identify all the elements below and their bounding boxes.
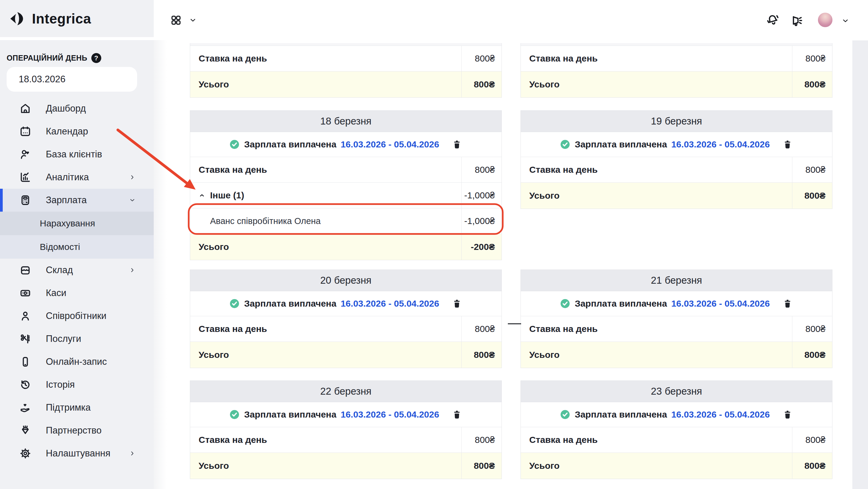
day-card-partial: Ставка на день800₴Усього800₴ bbox=[521, 43, 832, 98]
sidebar-item-label: Зарплата bbox=[46, 195, 87, 206]
sidebar-item-employees[interactable]: Співробітники bbox=[0, 305, 154, 328]
row-value: 800₴ bbox=[461, 453, 501, 479]
operational-day-date-input[interactable]: 18.03.2026 bbox=[7, 67, 137, 92]
status-period-link[interactable]: 16.03.2026 - 05.04.2026 bbox=[671, 409, 770, 420]
sidebar-item-settings[interactable]: Налаштування bbox=[0, 442, 154, 465]
sidebar-item-label: Каси bbox=[46, 287, 66, 299]
check-circle-icon bbox=[229, 139, 240, 150]
row-label: Ставка на день bbox=[198, 164, 267, 175]
sidebar-subitem-statements[interactable]: Відомості bbox=[0, 235, 154, 259]
sidebar-item-label: Співробітники bbox=[46, 310, 106, 322]
delete-button[interactable] bbox=[451, 297, 463, 310]
total-row: Усього800₴ bbox=[190, 453, 501, 479]
support-icon bbox=[19, 402, 31, 414]
row-label: Усього bbox=[529, 190, 560, 201]
salary-status-row: Зарплата виплачена16.03.2026 - 05.04.202… bbox=[521, 402, 832, 427]
megaphone-icon[interactable] bbox=[790, 14, 804, 27]
row-value: 800₴ bbox=[792, 71, 832, 97]
status-label: Зарплата виплачена bbox=[575, 409, 667, 420]
chevron-down-icon[interactable] bbox=[841, 17, 849, 25]
chevron-down-icon bbox=[129, 197, 135, 204]
check-circle-icon bbox=[229, 298, 240, 309]
row-label: Аванс співробітника Олена bbox=[210, 216, 321, 226]
salary-icon bbox=[19, 194, 31, 206]
sidebar: Integrica ОПЕРАЦІЙНИЙ ДЕНЬ ? 18.03.2026 … bbox=[0, 0, 154, 489]
cropped-row bbox=[190, 43, 501, 46]
sidebar-subitem-accruals[interactable]: Нарахування bbox=[0, 212, 154, 235]
status-label: Зарплата виплачена bbox=[244, 139, 336, 150]
status-period-link[interactable]: 16.03.2026 - 05.04.2026 bbox=[341, 139, 439, 150]
day-card: 22 березняЗарплата виплачена16.03.2026 -… bbox=[190, 380, 502, 479]
chevron-down-icon[interactable] bbox=[189, 16, 197, 24]
row-label: Усього bbox=[198, 461, 229, 471]
day-card-title: 23 березня bbox=[521, 381, 832, 402]
rate-row: Ставка на день800₴ bbox=[190, 427, 501, 453]
help-icon[interactable]: ? bbox=[91, 53, 101, 63]
total-row: Усього800₴ bbox=[190, 71, 501, 97]
apps-grid-icon[interactable] bbox=[170, 14, 182, 26]
other-group-row[interactable]: Інше (1)-1,000₴ bbox=[190, 183, 501, 208]
day-card: 20 березняЗарплата виплачена16.03.2026 -… bbox=[190, 270, 502, 368]
row-value: -1,000₴ bbox=[461, 208, 501, 234]
sidebar-item-label: Дашборд bbox=[46, 103, 86, 114]
rate-row: Ставка на день800₴ bbox=[190, 157, 501, 183]
row-label: Ставка на день bbox=[529, 435, 598, 445]
status-period-link[interactable]: 16.03.2026 - 05.04.2026 bbox=[341, 299, 439, 309]
sidebar-item-label: Онлайн-запис bbox=[46, 356, 107, 367]
salary-status-row: Зарплата виплачена16.03.2026 - 05.04.202… bbox=[190, 291, 501, 316]
delete-button[interactable] bbox=[782, 138, 793, 151]
check-circle-icon bbox=[560, 139, 570, 150]
sidebar-nav: ДашбордКалендарБаза клієнтівАналітикаЗар… bbox=[0, 97, 154, 465]
bell-icon[interactable] bbox=[766, 13, 779, 27]
home-icon bbox=[19, 102, 31, 115]
advance-row: Аванс співробітника Олена-1,000₴ bbox=[190, 208, 501, 234]
rate-row: Ставка на день800₴ bbox=[190, 316, 501, 342]
sidebar-item-salary[interactable]: Зарплата bbox=[0, 189, 154, 212]
status-period-link[interactable]: 16.03.2026 - 05.04.2026 bbox=[341, 409, 439, 420]
sidebar-item-label: Аналітика bbox=[46, 172, 89, 183]
delete-button[interactable] bbox=[451, 408, 463, 421]
day-card: 23 березняЗарплата виплачена16.03.2026 -… bbox=[521, 380, 832, 479]
day-card-partial: Ставка на день800₴Усього800₴ bbox=[190, 43, 502, 98]
sidebar-item-calendar[interactable]: Календар bbox=[0, 120, 154, 143]
row-value: -200₴ bbox=[461, 234, 501, 260]
row-label: Усього bbox=[529, 79, 560, 90]
row-value: 800₴ bbox=[461, 71, 501, 97]
employee-icon bbox=[19, 310, 31, 322]
rate-row: Ставка на день800₴ bbox=[521, 427, 832, 453]
delete-button[interactable] bbox=[782, 408, 793, 421]
vertical-scrollbar[interactable] bbox=[852, 40, 868, 489]
chevron-right-icon bbox=[129, 174, 135, 181]
row-label: Ставка на день bbox=[529, 164, 598, 175]
sidebar-item-analytics[interactable]: Аналітика bbox=[0, 166, 154, 189]
day-card-title: 20 березня bbox=[190, 270, 501, 291]
day-card: 18 березняЗарплата виплачена16.03.2026 -… bbox=[190, 110, 502, 260]
status-period-link[interactable]: 16.03.2026 - 05.04.2026 bbox=[671, 139, 770, 150]
row-label: Усього bbox=[198, 242, 229, 252]
operational-day-section: ОПЕРАЦІЙНИЙ ДЕНЬ ? bbox=[7, 53, 101, 63]
sidebar-item-label: Календар bbox=[46, 126, 88, 137]
sidebar-item-stock[interactable]: Склад bbox=[0, 259, 154, 282]
day-card-title: 18 березня bbox=[190, 111, 501, 132]
sidebar-item-clients[interactable]: База клієнтів bbox=[0, 143, 154, 166]
sidebar-item-history[interactable]: Історія bbox=[0, 373, 154, 396]
delete-button[interactable] bbox=[782, 297, 793, 310]
partnership-icon bbox=[19, 425, 31, 436]
active-indicator bbox=[0, 189, 3, 212]
row-label: Інше (1) bbox=[210, 190, 244, 201]
check-circle-icon bbox=[560, 409, 570, 420]
sidebar-item-dashboard[interactable]: Дашборд bbox=[0, 97, 154, 120]
sidebar-item-partnership[interactable]: Партнерство bbox=[0, 419, 154, 442]
sidebar-item-support[interactable]: Підтримка bbox=[0, 396, 154, 419]
delete-button[interactable] bbox=[451, 138, 463, 151]
row-value: 800₴ bbox=[792, 183, 832, 209]
sidebar-item-cash[interactable]: Каси bbox=[0, 282, 154, 305]
user-avatar[interactable] bbox=[818, 13, 832, 27]
sidebar-item-label: База клієнтів bbox=[46, 149, 102, 160]
logo: Integrica bbox=[0, 0, 154, 40]
date-value: 18.03.2026 bbox=[19, 74, 65, 85]
day-card: 21 березняЗарплата виплачена16.03.2026 -… bbox=[521, 270, 832, 368]
sidebar-item-services[interactable]: Послуги bbox=[0, 328, 154, 350]
status-period-link[interactable]: 16.03.2026 - 05.04.2026 bbox=[671, 299, 770, 309]
sidebar-item-online-booking[interactable]: Онлайн-запис bbox=[0, 350, 154, 373]
